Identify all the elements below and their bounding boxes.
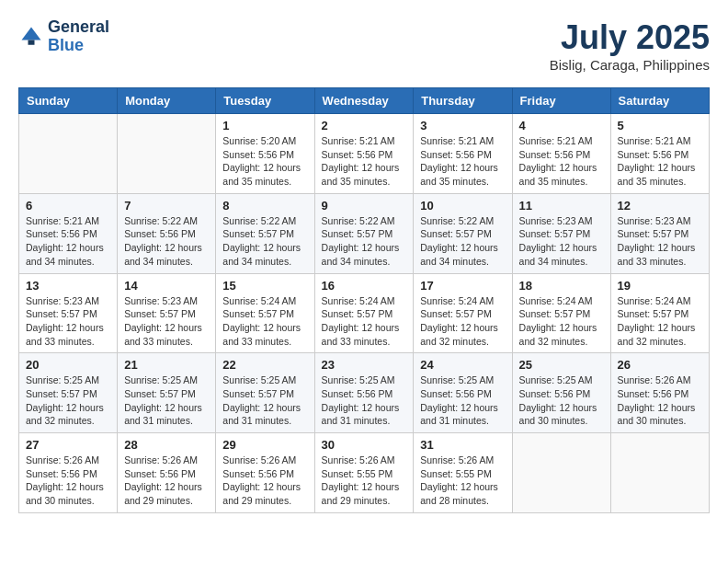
svg-rect-1 — [28, 40, 35, 44]
cell-info: Sunrise: 5:24 AMSunset: 5:57 PMDaylight:… — [420, 294, 505, 349]
svg-marker-0 — [22, 27, 41, 40]
calendar-cell: 10Sunrise: 5:22 AMSunset: 5:57 PMDayligh… — [414, 193, 512, 273]
weekday-header: Saturday — [610, 88, 709, 114]
day-number: 28 — [124, 438, 209, 452]
calendar-cell: 18Sunrise: 5:24 AMSunset: 5:57 PMDayligh… — [512, 273, 610, 353]
calendar-cell — [512, 433, 610, 513]
calendar-header-row: SundayMondayTuesdayWednesdayThursdayFrid… — [19, 88, 710, 114]
calendar-cell: 7Sunrise: 5:22 AMSunset: 5:56 PMDaylight… — [118, 193, 216, 273]
cell-info: Sunrise: 5:20 AMSunset: 5:56 PMDaylight:… — [222, 134, 307, 189]
day-number: 11 — [519, 199, 604, 213]
weekday-header: Thursday — [414, 88, 512, 114]
calendar-cell: 8Sunrise: 5:22 AMSunset: 5:57 PMDaylight… — [216, 193, 314, 273]
day-number: 9 — [322, 199, 407, 213]
calendar-cell: 29Sunrise: 5:26 AMSunset: 5:56 PMDayligh… — [216, 433, 314, 513]
day-number: 2 — [322, 119, 407, 132]
calendar-cell: 16Sunrise: 5:24 AMSunset: 5:57 PMDayligh… — [314, 273, 414, 353]
cell-info: Sunrise: 5:26 AMSunset: 5:56 PMDaylight:… — [618, 373, 702, 428]
day-number: 7 — [124, 199, 209, 213]
cell-info: Sunrise: 5:22 AMSunset: 5:57 PMDaylight:… — [222, 214, 307, 269]
cell-info: Sunrise: 5:22 AMSunset: 5:57 PMDaylight:… — [420, 214, 505, 269]
day-number: 23 — [322, 358, 407, 372]
calendar-cell: 14Sunrise: 5:23 AMSunset: 5:57 PMDayligh… — [118, 273, 216, 353]
calendar-cell: 13Sunrise: 5:23 AMSunset: 5:57 PMDayligh… — [19, 273, 118, 353]
calendar-cell: 25Sunrise: 5:25 AMSunset: 5:56 PMDayligh… — [512, 353, 610, 433]
day-number: 10 — [420, 199, 505, 213]
day-number: 1 — [222, 119, 307, 132]
calendar-cell — [19, 114, 118, 194]
calendar-week-row: 27Sunrise: 5:26 AMSunset: 5:56 PMDayligh… — [19, 433, 710, 513]
calendar-cell: 30Sunrise: 5:26 AMSunset: 5:55 PMDayligh… — [314, 433, 414, 513]
cell-info: Sunrise: 5:22 AMSunset: 5:57 PMDaylight:… — [322, 214, 407, 269]
cell-info: Sunrise: 5:25 AMSunset: 5:57 PMDaylight:… — [124, 373, 209, 428]
month-year: July 2025 — [550, 18, 710, 57]
calendar-cell: 26Sunrise: 5:26 AMSunset: 5:56 PMDayligh… — [610, 353, 709, 433]
weekday-header: Wednesday — [314, 88, 414, 114]
cell-info: Sunrise: 5:21 AMSunset: 5:56 PMDaylight:… — [519, 134, 604, 189]
calendar-cell: 6Sunrise: 5:21 AMSunset: 5:56 PMDaylight… — [19, 193, 118, 273]
day-number: 6 — [26, 199, 110, 213]
cell-info: Sunrise: 5:25 AMSunset: 5:56 PMDaylight:… — [420, 373, 505, 428]
cell-info: Sunrise: 5:24 AMSunset: 5:57 PMDaylight:… — [322, 294, 407, 349]
logo-text: General Blue — [48, 18, 109, 55]
cell-info: Sunrise: 5:23 AMSunset: 5:57 PMDaylight:… — [618, 214, 702, 269]
cell-info: Sunrise: 5:26 AMSunset: 5:56 PMDaylight:… — [26, 454, 110, 508]
cell-info: Sunrise: 5:23 AMSunset: 5:57 PMDaylight:… — [519, 214, 604, 269]
calendar-cell: 19Sunrise: 5:24 AMSunset: 5:57 PMDayligh… — [610, 273, 709, 353]
day-number: 20 — [26, 358, 110, 372]
day-number: 16 — [322, 279, 407, 293]
weekday-header: Tuesday — [216, 88, 314, 114]
day-number: 30 — [322, 438, 407, 452]
cell-info: Sunrise: 5:25 AMSunset: 5:57 PMDaylight:… — [26, 373, 110, 428]
cell-info: Sunrise: 5:26 AMSunset: 5:56 PMDaylight:… — [222, 454, 307, 508]
cell-info: Sunrise: 5:24 AMSunset: 5:57 PMDaylight:… — [519, 294, 604, 349]
day-number: 8 — [222, 199, 307, 213]
cell-info: Sunrise: 5:21 AMSunset: 5:56 PMDaylight:… — [322, 134, 407, 189]
weekday-header: Sunday — [19, 88, 118, 114]
calendar-cell: 2Sunrise: 5:21 AMSunset: 5:56 PMDaylight… — [314, 114, 414, 194]
calendar-cell: 1Sunrise: 5:20 AMSunset: 5:56 PMDaylight… — [216, 114, 314, 194]
calendar-week-row: 1Sunrise: 5:20 AMSunset: 5:56 PMDaylight… — [19, 114, 710, 194]
day-number: 18 — [519, 279, 604, 293]
calendar-cell — [610, 433, 709, 513]
calendar-cell: 5Sunrise: 5:21 AMSunset: 5:56 PMDaylight… — [610, 114, 709, 194]
calendar-week-row: 20Sunrise: 5:25 AMSunset: 5:57 PMDayligh… — [19, 353, 710, 433]
cell-info: Sunrise: 5:25 AMSunset: 5:56 PMDaylight:… — [322, 373, 407, 428]
calendar-cell: 11Sunrise: 5:23 AMSunset: 5:57 PMDayligh… — [512, 193, 610, 273]
cell-info: Sunrise: 5:26 AMSunset: 5:55 PMDaylight:… — [322, 454, 407, 508]
day-number: 14 — [124, 279, 209, 293]
calendar-cell: 15Sunrise: 5:24 AMSunset: 5:57 PMDayligh… — [216, 273, 314, 353]
cell-info: Sunrise: 5:22 AMSunset: 5:56 PMDaylight:… — [124, 214, 209, 269]
calendar-cell: 4Sunrise: 5:21 AMSunset: 5:56 PMDaylight… — [512, 114, 610, 194]
cell-info: Sunrise: 5:24 AMSunset: 5:57 PMDaylight:… — [222, 294, 307, 349]
day-number: 27 — [26, 438, 110, 452]
calendar-cell: 23Sunrise: 5:25 AMSunset: 5:56 PMDayligh… — [314, 353, 414, 433]
cell-info: Sunrise: 5:23 AMSunset: 5:57 PMDaylight:… — [124, 294, 209, 349]
calendar-cell: 31Sunrise: 5:26 AMSunset: 5:55 PMDayligh… — [414, 433, 512, 513]
calendar-cell: 24Sunrise: 5:25 AMSunset: 5:56 PMDayligh… — [414, 353, 512, 433]
logo-icon — [18, 24, 44, 50]
cell-info: Sunrise: 5:26 AMSunset: 5:56 PMDaylight:… — [124, 454, 209, 508]
calendar-cell: 3Sunrise: 5:21 AMSunset: 5:56 PMDaylight… — [414, 114, 512, 194]
calendar-cell: 17Sunrise: 5:24 AMSunset: 5:57 PMDayligh… — [414, 273, 512, 353]
location: Bislig, Caraga, Philippines — [550, 57, 710, 73]
day-number: 24 — [420, 358, 505, 372]
day-number: 12 — [618, 199, 702, 213]
cell-info: Sunrise: 5:26 AMSunset: 5:55 PMDaylight:… — [420, 454, 505, 508]
cell-info: Sunrise: 5:24 AMSunset: 5:57 PMDaylight:… — [618, 294, 702, 349]
weekday-header: Friday — [512, 88, 610, 114]
title-block: July 2025 Bislig, Caraga, Philippines — [550, 18, 710, 73]
cell-info: Sunrise: 5:23 AMSunset: 5:57 PMDaylight:… — [26, 294, 110, 349]
day-number: 5 — [618, 119, 702, 132]
cell-info: Sunrise: 5:21 AMSunset: 5:56 PMDaylight:… — [420, 134, 505, 189]
calendar-week-row: 6Sunrise: 5:21 AMSunset: 5:56 PMDaylight… — [19, 193, 710, 273]
calendar-table: SundayMondayTuesdayWednesdayThursdayFrid… — [18, 87, 710, 513]
calendar-cell: 9Sunrise: 5:22 AMSunset: 5:57 PMDaylight… — [314, 193, 414, 273]
calendar-cell: 27Sunrise: 5:26 AMSunset: 5:56 PMDayligh… — [19, 433, 118, 513]
day-number: 26 — [618, 358, 702, 372]
calendar-cell: 21Sunrise: 5:25 AMSunset: 5:57 PMDayligh… — [118, 353, 216, 433]
cell-info: Sunrise: 5:21 AMSunset: 5:56 PMDaylight:… — [26, 214, 110, 269]
day-number: 4 — [519, 119, 604, 132]
calendar-cell: 28Sunrise: 5:26 AMSunset: 5:56 PMDayligh… — [118, 433, 216, 513]
calendar-cell: 20Sunrise: 5:25 AMSunset: 5:57 PMDayligh… — [19, 353, 118, 433]
